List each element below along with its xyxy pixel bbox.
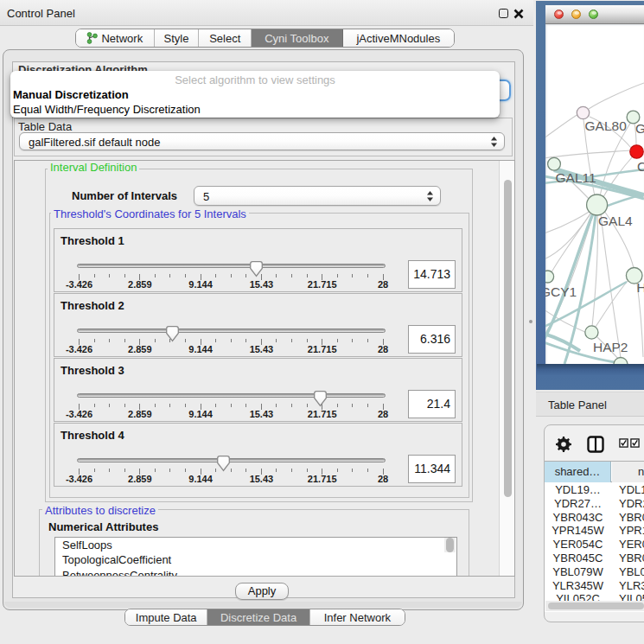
svg-text:C: C xyxy=(637,159,644,174)
svg-text:GAL4: GAL4 xyxy=(598,214,633,228)
svg-text:GAL80: GAL80 xyxy=(585,118,628,133)
svg-text:H: H xyxy=(637,280,644,295)
svg-text:GAL11: GAL11 xyxy=(556,170,596,185)
svg-text:HAP2: HAP2 xyxy=(593,340,628,354)
svg-text:GA: GA xyxy=(635,121,644,136)
svg-text:GCY1: GCY1 xyxy=(545,284,577,299)
